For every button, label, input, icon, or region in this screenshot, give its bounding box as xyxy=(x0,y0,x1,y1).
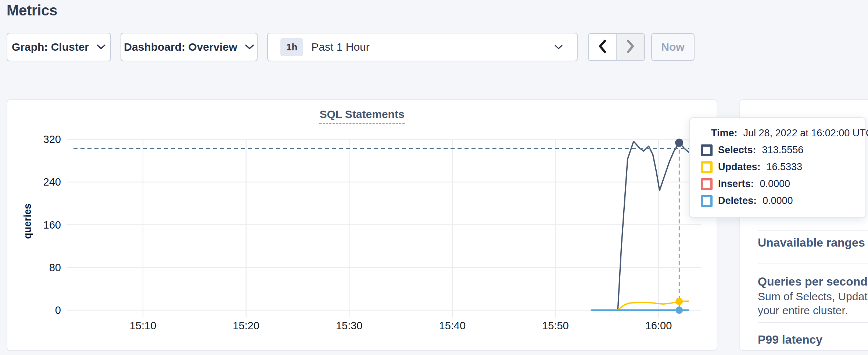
side-section-description-line: your entire cluster. xyxy=(758,304,848,317)
svg-text:15:40: 15:40 xyxy=(439,320,466,331)
chevron-down-icon xyxy=(96,44,106,50)
svg-text:320: 320 xyxy=(43,133,61,145)
now-button[interactable]: Now xyxy=(651,33,695,61)
tooltip-time-row: Time: Jul 28, 2022 at 16:02:00 UTC xyxy=(711,128,865,139)
svg-text:queries: queries xyxy=(22,204,33,239)
selects-series-swatch-icon xyxy=(701,144,713,156)
time-range-label: Past 1 Hour xyxy=(311,41,369,53)
tooltip-series-value: 16.5333 xyxy=(767,161,803,173)
tooltip-series-row: Selects: 313.5556 xyxy=(701,145,865,155)
chevron-right-icon xyxy=(626,39,635,55)
svg-text:15:10: 15:10 xyxy=(130,320,157,331)
tooltip-series-value: 0.0000 xyxy=(763,195,793,207)
divider xyxy=(758,230,868,231)
svg-text:80: 80 xyxy=(49,262,61,273)
sql-statements-chart-card: SQL Statements 08016024032015:1015:2015:… xyxy=(7,99,717,351)
chevron-down-icon xyxy=(245,44,254,50)
svg-text:16:00: 16:00 xyxy=(645,320,672,331)
svg-text:15:30: 15:30 xyxy=(336,320,363,331)
page-title: Metrics xyxy=(7,2,57,19)
divider xyxy=(758,263,868,264)
deletes-series-swatch-icon xyxy=(701,195,713,207)
svg-text:15:50: 15:50 xyxy=(542,320,569,331)
next-time-window-button[interactable] xyxy=(616,34,645,60)
tooltip-series-label: Deletes: xyxy=(718,195,757,207)
tooltip-time-value: Jul 28, 2022 at 16:02:00 UTC xyxy=(743,128,868,139)
side-section-title-p99-latency: P99 latency xyxy=(758,333,822,347)
graph-scope-dropdown[interactable]: Graph: Cluster xyxy=(7,33,111,61)
chevron-down-icon xyxy=(554,44,563,50)
dashboard-dropdown[interactable]: Dashboard: Overview xyxy=(121,33,258,61)
side-section-title-queries-per-second: Queries per second xyxy=(758,275,868,288)
updates-series-swatch-icon xyxy=(701,161,713,173)
tooltip-series-row: Updates: 16.5333 xyxy=(701,162,865,172)
time-range-dropdown[interactable]: 1h Past 1 Hour xyxy=(267,33,578,61)
time-window-pager xyxy=(588,33,645,61)
chevron-left-icon xyxy=(598,39,607,55)
side-section-title-unavailable-ranges: Unavailable ranges xyxy=(758,236,865,250)
tooltip-series-label: Selects: xyxy=(718,144,756,156)
sql-statements-chart-plot[interactable]: 08016024032015:1015:2015:3015:4015:5016:… xyxy=(7,100,717,350)
tooltip-series-value: 0.0000 xyxy=(760,178,790,190)
side-section-description-line: Sum of Selects, Updates, Inser xyxy=(758,290,868,303)
graph-scope-dropdown-label: Graph: Cluster xyxy=(12,41,89,53)
tooltip-time-label: Time: xyxy=(711,128,738,139)
time-range-badge: 1h xyxy=(280,38,303,56)
tooltip-series-row: Deletes: 0.0000 xyxy=(701,196,865,206)
inserts-series-swatch-icon xyxy=(701,178,713,190)
tooltip-series-row: Inserts: 0.0000 xyxy=(701,179,865,189)
tooltip-series-value: 313.5556 xyxy=(762,144,804,156)
svg-text:160: 160 xyxy=(43,219,61,231)
divider xyxy=(758,322,868,323)
svg-text:15:20: 15:20 xyxy=(233,320,259,331)
svg-text:240: 240 xyxy=(43,176,61,188)
tooltip-series-label: Updates: xyxy=(718,161,761,173)
dashboard-dropdown-label: Dashboard: Overview xyxy=(124,41,237,53)
previous-time-window-button[interactable] xyxy=(589,34,616,60)
chart-hover-tooltip: Time: Jul 28, 2022 at 16:02:00 UTC Selec… xyxy=(689,117,866,218)
tooltip-series-label: Inserts: xyxy=(718,178,754,190)
svg-text:0: 0 xyxy=(55,304,61,316)
